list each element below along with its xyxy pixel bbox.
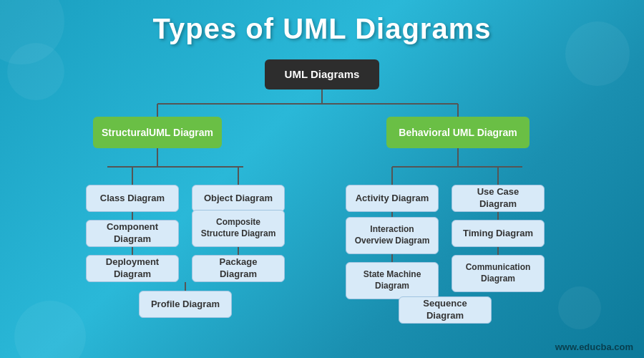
page-title: Types of UML Diagrams: [0, 13, 644, 45]
node-interaction: Interaction Overview Diagram: [346, 217, 439, 254]
title-section: Types of UML Diagrams: [0, 0, 644, 52]
node-package: Package Diagram: [192, 255, 285, 282]
node-component: Component Diagram: [86, 220, 179, 247]
node-communication: Communication Diagram: [452, 255, 545, 292]
node-deployment: Deployment Diagram: [86, 255, 179, 282]
node-sequence: Sequence Diagram: [399, 296, 492, 324]
node-composite: Composite Structure Diagram: [192, 210, 285, 247]
watermark: www.educba.com: [555, 342, 633, 352]
node-timing: Timing Diagram: [452, 220, 545, 247]
node-root: UML Diagrams: [265, 59, 379, 90]
node-usecase: Use Case Diagram: [452, 185, 545, 212]
node-statemachine: State Machine Diagram: [346, 262, 439, 299]
node-class: Class Diagram: [86, 185, 179, 212]
node-structural: StructuralUML Diagram: [93, 117, 222, 148]
node-profile: Profile Diagram: [139, 291, 232, 318]
node-object: Object Diagram: [192, 185, 285, 212]
node-activity: Activity Diagram: [346, 185, 439, 212]
node-behavioral: Behavioral UML Diagram: [386, 117, 530, 148]
diagram-container: UML Diagrams StructuralUML Diagram Behav…: [0, 52, 644, 324]
